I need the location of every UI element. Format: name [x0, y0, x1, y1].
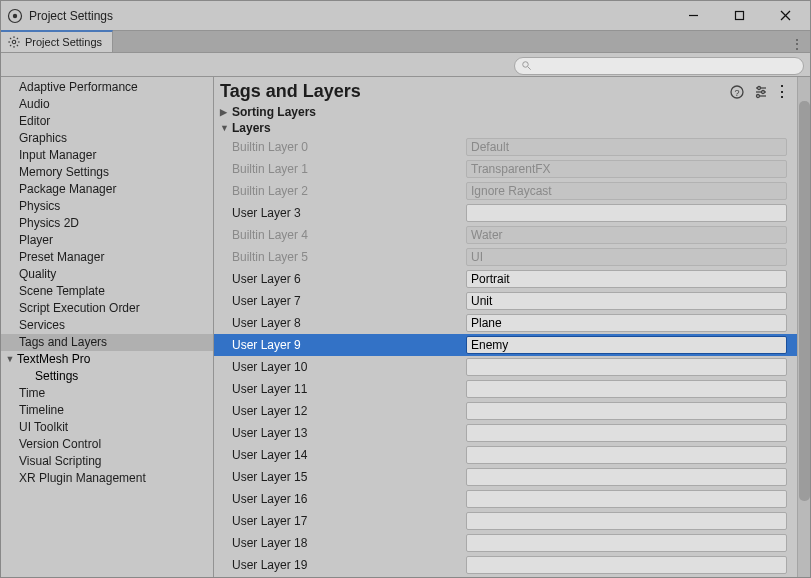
layer-row[interactable]: User Layer 14 [214, 444, 797, 466]
layer-field[interactable] [466, 314, 787, 332]
layer-field[interactable] [466, 402, 787, 420]
layer-row[interactable]: Builtin Layer 1TransparentFX [214, 158, 797, 180]
sidebar-item-editor[interactable]: Editor [1, 113, 213, 130]
layer-label: User Layer 6 [214, 272, 466, 286]
layer-row[interactable]: Builtin Layer 5UI [214, 246, 797, 268]
layer-field[interactable] [466, 490, 787, 508]
layer-field[interactable] [466, 446, 787, 464]
sidebar-item-version-control[interactable]: Version Control [1, 436, 213, 453]
maximize-button[interactable] [716, 1, 762, 31]
preset-icon[interactable] [753, 84, 769, 100]
layer-input[interactable] [471, 382, 782, 396]
sidebar-item-quality[interactable]: Quality [1, 266, 213, 283]
layer-label: Builtin Layer 4 [214, 228, 466, 242]
layer-row[interactable]: User Layer 6 [214, 268, 797, 290]
layer-input[interactable] [471, 338, 782, 352]
sidebar-item-scene-template[interactable]: Scene Template [1, 283, 213, 300]
layer-field[interactable] [466, 424, 787, 442]
layer-row[interactable]: User Layer 7 [214, 290, 797, 312]
layer-field[interactable] [466, 534, 787, 552]
help-icon[interactable]: ? [729, 84, 745, 100]
layer-field[interactable] [466, 512, 787, 530]
section-layers[interactable]: ▼ Layers [214, 120, 797, 136]
layer-row[interactable]: User Layer 3 [214, 202, 797, 224]
layer-row[interactable]: User Layer 16 [214, 488, 797, 510]
layer-input[interactable] [471, 536, 782, 550]
sidebar-item-visual-scripting[interactable]: Visual Scripting [1, 453, 213, 470]
layer-row[interactable]: User Layer 9 [214, 334, 797, 356]
layer-row[interactable]: User Layer 8 [214, 312, 797, 334]
section-sorting-layers[interactable]: ▶ Sorting Layers [214, 104, 797, 120]
layer-field[interactable] [466, 204, 787, 222]
tab-project-settings[interactable]: Project Settings [1, 30, 113, 52]
vertical-scrollbar[interactable] [797, 77, 810, 577]
layer-field[interactable] [466, 380, 787, 398]
layer-input[interactable] [471, 294, 782, 308]
layer-row[interactable]: User Layer 10 [214, 356, 797, 378]
layer-field[interactable] [466, 468, 787, 486]
sidebar-item-physics[interactable]: Physics [1, 198, 213, 215]
layer-row[interactable]: Builtin Layer 0Default [214, 136, 797, 158]
settings-sidebar[interactable]: Adaptive PerformanceAudioEditorGraphicsI… [1, 77, 214, 577]
layer-input[interactable] [471, 426, 782, 440]
layer-input[interactable] [471, 360, 782, 374]
context-menu-icon[interactable]: ⋮ [777, 84, 787, 100]
layer-input[interactable] [471, 470, 782, 484]
layer-field[interactable] [466, 358, 787, 376]
svg-point-23 [762, 90, 765, 93]
sidebar-item-player[interactable]: Player [1, 232, 213, 249]
sidebar-item-memory-settings[interactable]: Memory Settings [1, 164, 213, 181]
layer-row[interactable]: User Layer 12 [214, 400, 797, 422]
close-button[interactable] [762, 1, 808, 31]
layer-row[interactable]: User Layer 15 [214, 466, 797, 488]
sidebar-item-audio[interactable]: Audio [1, 96, 213, 113]
sidebar-group-textmeshpro[interactable]: ▼TextMesh Pro [1, 351, 213, 368]
layer-row[interactable]: User Layer 13 [214, 422, 797, 444]
layer-field[interactable] [466, 270, 787, 288]
sidebar-item-tags-and-layers[interactable]: Tags and Layers [1, 334, 213, 351]
sidebar-item-input-manager[interactable]: Input Manager [1, 147, 213, 164]
layer-field[interactable] [466, 336, 787, 354]
sidebar-item-adaptive-performance[interactable]: Adaptive Performance [1, 79, 213, 96]
sidebar-item-physics-2d[interactable]: Physics 2D [1, 215, 213, 232]
sidebar-item-graphics[interactable]: Graphics [1, 130, 213, 147]
minimize-button[interactable] [670, 1, 716, 31]
layer-field: Ignore Raycast [466, 182, 787, 200]
sidebar-item-timeline[interactable]: Timeline [1, 402, 213, 419]
layer-row[interactable]: User Layer 17 [214, 510, 797, 532]
sidebar-item-script-execution-order[interactable]: Script Execution Order [1, 300, 213, 317]
layer-field: Water [466, 226, 787, 244]
sidebar-item-time[interactable]: Time [1, 385, 213, 402]
layer-row[interactable]: User Layer 11 [214, 378, 797, 400]
layer-field[interactable] [466, 292, 787, 310]
svg-point-22 [758, 86, 761, 89]
layer-row[interactable]: User Layer 18 [214, 532, 797, 554]
layer-field: Default [466, 138, 787, 156]
layer-input[interactable] [471, 272, 782, 286]
search-icon [521, 60, 532, 71]
layer-row[interactable]: Builtin Layer 2Ignore Raycast [214, 180, 797, 202]
layer-field[interactable] [466, 556, 787, 574]
app-icon [7, 8, 23, 24]
layer-input[interactable] [471, 514, 782, 528]
sidebar-item-package-manager[interactable]: Package Manager [1, 181, 213, 198]
sidebar-item-preset-manager[interactable]: Preset Manager [1, 249, 213, 266]
scrollbar-thumb[interactable] [799, 101, 810, 501]
layer-input[interactable] [471, 558, 782, 572]
layer-input[interactable] [471, 404, 782, 418]
sidebar-item-settings[interactable]: Settings [1, 368, 213, 385]
tab-context-menu-icon[interactable]: ⋮ [784, 36, 810, 52]
layer-label: User Layer 14 [214, 448, 466, 462]
layer-row[interactable]: Builtin Layer 4Water [214, 224, 797, 246]
layer-input[interactable] [471, 492, 782, 506]
search-input[interactable] [536, 60, 797, 72]
sidebar-item-ui-toolkit[interactable]: UI Toolkit [1, 419, 213, 436]
sidebar-item-services[interactable]: Services [1, 317, 213, 334]
sidebar-item-xr-plugin-management[interactable]: XR Plugin Management [1, 470, 213, 487]
layer-input[interactable] [471, 448, 782, 462]
search-box[interactable] [514, 57, 804, 75]
layer-row[interactable]: User Layer 19 [214, 554, 797, 576]
layer-label: Builtin Layer 5 [214, 250, 466, 264]
layer-input[interactable] [471, 206, 782, 220]
layer-input[interactable] [471, 316, 782, 330]
